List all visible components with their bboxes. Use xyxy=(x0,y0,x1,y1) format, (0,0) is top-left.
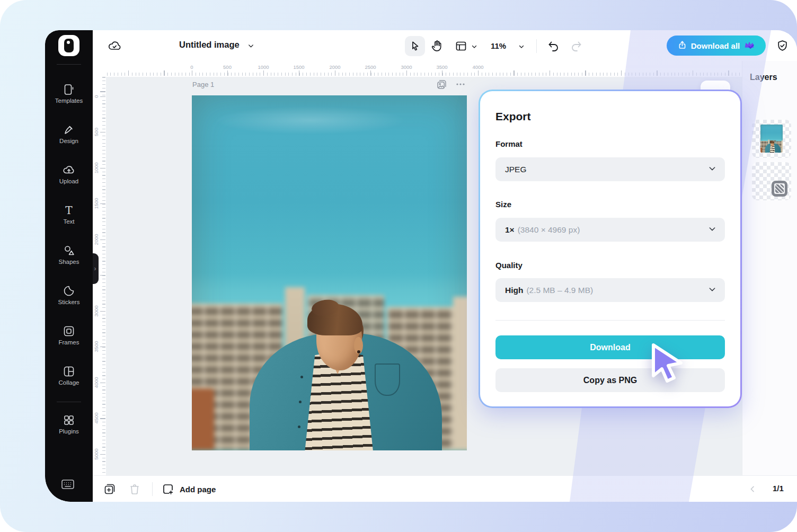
zoom-level[interactable]: 11% xyxy=(491,41,506,50)
sidebar-divider xyxy=(57,64,81,65)
chevron-down-icon xyxy=(708,225,716,235)
select-tool-button[interactable] xyxy=(405,36,425,56)
ruler-label: 0 xyxy=(93,95,99,97)
design-icon xyxy=(63,123,75,136)
ruler-label: 500 xyxy=(223,64,232,70)
size-label: Size xyxy=(495,200,511,209)
sidebar: Templates Design Upload T Text Shapes St… xyxy=(45,30,93,502)
delete-page-icon[interactable] xyxy=(128,483,141,495)
ruler-label: 3500 xyxy=(436,64,447,70)
sidebar-item-shapes[interactable]: Shapes xyxy=(45,244,93,265)
title-chevron-down-icon[interactable] xyxy=(247,42,254,49)
premium-crown-icon xyxy=(744,40,755,51)
bottom-bar: Add page 1/1 xyxy=(93,475,797,502)
upload-cloud-icon xyxy=(63,164,75,176)
sidebar-item-label: Plugins xyxy=(59,428,79,435)
ruler-label: 3000 xyxy=(93,305,99,316)
format-select[interactable]: JPEG xyxy=(495,157,725,181)
svg-text:T: T xyxy=(65,204,73,217)
sidebar-item-label: Upload xyxy=(59,178,78,184)
ruler-label: 2000 xyxy=(329,64,340,70)
quality-select[interactable]: High (2.5 MB – 4.9 MB) xyxy=(495,278,725,302)
collage-icon xyxy=(63,365,75,378)
ruler-label: 500 xyxy=(93,128,99,136)
page-duplicate-image-icon[interactable] xyxy=(436,79,447,92)
duplicate-page-icon[interactable] xyxy=(103,483,116,495)
ruler-label: 2000 xyxy=(93,234,99,245)
format-value: JPEG xyxy=(505,165,526,174)
sidebar-item-label: Collage xyxy=(59,379,79,386)
add-page-label: Add page xyxy=(180,485,216,494)
download-all-label: Download all xyxy=(691,41,740,50)
sidebar-item-stickers[interactable]: Stickers xyxy=(45,285,93,305)
toolbar-divider xyxy=(536,39,537,53)
previous-page-icon[interactable] xyxy=(748,485,757,493)
cloud-sync-icon xyxy=(108,40,121,52)
logo-glyph xyxy=(64,39,74,52)
frames-icon xyxy=(63,325,75,338)
copy-as-png-button[interactable]: Copy as PNG xyxy=(495,368,725,392)
document-title[interactable]: Untitled image xyxy=(179,40,240,50)
shield-check-icon[interactable] xyxy=(776,39,789,55)
page-background: Templates Design Upload T Text Shapes St… xyxy=(0,0,797,532)
layout-tool-icon[interactable] xyxy=(455,40,467,52)
chevron-down-icon xyxy=(708,164,716,175)
layout-chevron-down-icon[interactable] xyxy=(471,43,477,50)
quality-value: High xyxy=(505,286,523,295)
canvas-page-image[interactable] xyxy=(192,95,467,450)
export-dialog: Export Format JPEG Size 1× (3840 × 4969 … xyxy=(479,90,742,408)
quality-detail: (2.5 MB – 4.9 MB) xyxy=(526,286,593,295)
plugins-icon xyxy=(63,414,75,427)
sidebar-item-frames[interactable]: Frames xyxy=(45,325,93,345)
transparent-background-icon xyxy=(772,181,787,197)
sidebar-item-plugins[interactable]: Plugins xyxy=(45,414,93,435)
share-upload-icon xyxy=(678,40,687,51)
page-label[interactable]: Page 1 xyxy=(192,81,214,88)
sidebar-divider xyxy=(57,402,81,402)
text-icon: T xyxy=(63,204,75,217)
sidebar-item-label: Stickers xyxy=(58,299,80,305)
ruler-label: 3500 xyxy=(93,341,99,352)
size-detail: (3840 × 4969 px) xyxy=(518,225,580,235)
page-more-options-icon[interactable] xyxy=(455,81,466,90)
redo-icon[interactable] xyxy=(570,40,583,52)
export-dialog-title: Export xyxy=(495,110,531,123)
add-page-button[interactable]: Add page xyxy=(162,483,216,495)
dialog-divider xyxy=(495,320,725,321)
format-label: Format xyxy=(495,139,523,148)
templates-icon xyxy=(63,83,75,96)
ruler-label: 4000 xyxy=(472,64,483,70)
ruler-label: 5000 xyxy=(93,448,99,459)
photo-man xyxy=(192,95,467,450)
sidebar-item-label: Shapes xyxy=(58,259,79,265)
shapes-icon xyxy=(63,244,75,257)
bottom-bar-divider xyxy=(152,482,153,496)
stickers-icon xyxy=(63,285,75,297)
size-select[interactable]: 1× (3840 × 4969 px) xyxy=(495,218,725,242)
sidebar-item-collage[interactable]: Collage xyxy=(45,365,93,386)
keyboard-shortcuts-icon[interactable] xyxy=(61,478,75,492)
zoom-chevron-down-icon[interactable] xyxy=(518,43,525,50)
download-all-button[interactable]: Download all xyxy=(667,36,766,56)
ruler-label: 2500 xyxy=(365,64,376,70)
hand-tool-icon[interactable] xyxy=(430,39,444,52)
layers-panel: Layers xyxy=(742,61,797,475)
sidebar-item-label: Templates xyxy=(55,97,83,104)
sidebar-item-label: Design xyxy=(59,138,78,144)
sidebar-item-text[interactable]: T Text xyxy=(45,204,93,225)
ruler-label: 3000 xyxy=(401,64,412,70)
sidebar-item-label: Text xyxy=(63,218,74,225)
app-logo-icon[interactable] xyxy=(58,35,79,56)
ruler-label: 4000 xyxy=(93,377,99,388)
sidebar-item-templates[interactable]: Templates xyxy=(45,83,93,104)
app-window: Templates Design Upload T Text Shapes St… xyxy=(45,30,797,502)
cursor-pointer-icon xyxy=(648,342,688,386)
layer-thumbnail-photo[interactable] xyxy=(752,120,791,158)
ruler-label: 1000 xyxy=(258,64,269,70)
download-button[interactable]: Download xyxy=(495,335,725,359)
undo-icon[interactable] xyxy=(547,40,560,52)
layer-thumbnail-background[interactable] xyxy=(752,162,791,200)
quality-label: Quality xyxy=(495,261,523,270)
sidebar-item-design[interactable]: Design xyxy=(45,123,93,144)
sidebar-item-upload[interactable]: Upload xyxy=(45,164,93,184)
